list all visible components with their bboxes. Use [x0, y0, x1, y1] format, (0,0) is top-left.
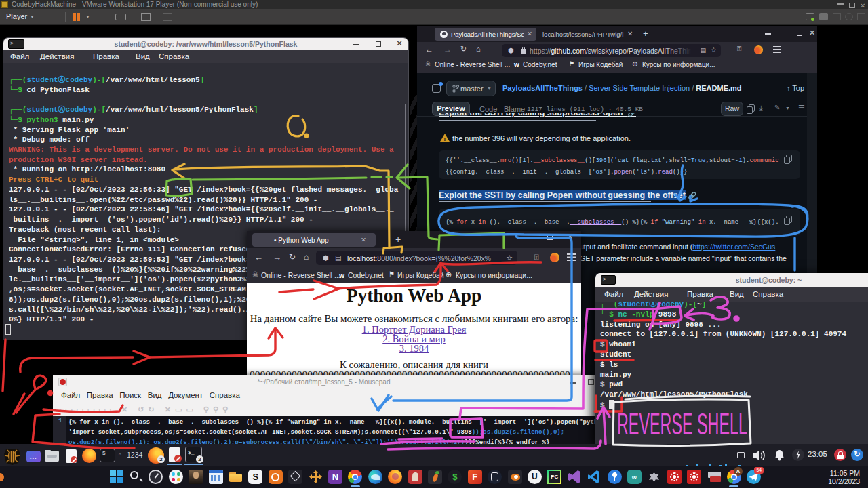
svg-text:REVERSE SHELL: REVERSE SHELL: [617, 407, 747, 441]
